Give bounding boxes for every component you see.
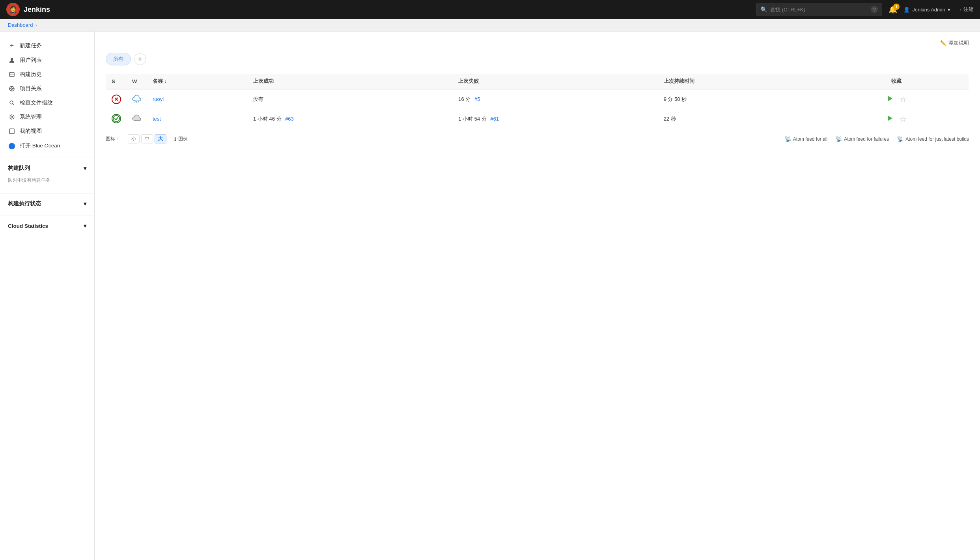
legend-icon: ℹ	[174, 136, 176, 142]
toolbar-row: ✏️ 添加说明	[106, 39, 969, 47]
breadcrumb-separator: ›	[35, 22, 37, 28]
user-label: Jenkins Admin	[912, 7, 945, 13]
success-build-link-test[interactable]: #63	[285, 116, 294, 122]
size-medium-button[interactable]: 中	[141, 134, 153, 143]
search-input[interactable]	[770, 7, 868, 13]
build-queue-label: 构建队列	[8, 165, 30, 172]
atom-feed-all-label: Atom feed for all	[793, 136, 827, 142]
cloud-stats-chevron: ▾	[84, 223, 86, 229]
build-exec-label: 构建执行状态	[8, 200, 41, 207]
svg-marker-20	[888, 115, 892, 121]
tab-add-button[interactable]: +	[134, 53, 146, 65]
build-history-icon	[8, 71, 16, 78]
svg-point-11	[10, 101, 13, 104]
job-link-test[interactable]: test	[153, 116, 161, 122]
sidebar-item-blue-ocean[interactable]: ⬤ 打开 Blue Ocean	[0, 138, 94, 153]
cloud-stats-label: Cloud Statistics	[8, 223, 48, 229]
logout-button[interactable]: → 注销	[957, 6, 974, 13]
table-footer: 图标： 小 中 大 ℹ 图例 📡 Atom feed for all 📡 Ato…	[106, 134, 969, 143]
atom-feed-all-link[interactable]: 📡 Atom feed for all	[784, 136, 827, 142]
build-queue-header[interactable]: 构建队列 ▾	[0, 161, 94, 175]
atom-feed-failures-link[interactable]: 📡 Atom feed for failures	[835, 136, 889, 142]
notifications-button[interactable]: 🔔 1	[889, 5, 897, 14]
run-button-ruoyi[interactable]	[884, 94, 896, 105]
sidebar-section-build-queue: 构建队列 ▾ 队列中没有构建任务	[0, 158, 94, 188]
size-large-button[interactable]: 大	[155, 134, 166, 143]
sort-indicator: ↓	[164, 78, 167, 84]
status-icon-success	[112, 114, 121, 123]
help-icon[interactable]: ?	[871, 6, 878, 13]
sidebar-label-user-list: 用户列表	[20, 57, 42, 64]
page-layout: ＋ 新建任务 用户列表 构建历史 项目关系 检查文件指纹	[0, 32, 980, 560]
sidebar-item-user-list[interactable]: 用户列表	[0, 53, 94, 67]
jenkins-logo[interactable]: 🤵 Jenkins	[6, 3, 50, 16]
atom-feed-failures-label: Atom feed for failures	[844, 136, 889, 142]
weather-icon-rainy	[132, 96, 142, 104]
sidebar: ＋ 新建任务 用户列表 构建历史 项目关系 检查文件指纹	[0, 32, 95, 560]
jobs-table: S W 名称 ↓ 上次成功 上次失败 上次持续时间 收藏 ✕	[106, 73, 969, 129]
last-failure-cell-test: 1 小时 54 分 #61	[453, 109, 658, 129]
col-header-last-success: 上次成功	[248, 74, 453, 89]
svg-marker-18	[888, 96, 892, 101]
user-icon: 👤	[903, 7, 910, 13]
tab-all[interactable]: 所有	[106, 53, 131, 65]
icon-size-buttons: 小 中 大	[128, 134, 166, 143]
sidebar-item-sys-admin[interactable]: 系统管理	[0, 110, 94, 124]
favorite-button-ruoyi[interactable]: ☆	[897, 94, 909, 105]
table-row: ✕ ruoyi 没有 16 分 #5 9 分 50	[106, 89, 969, 109]
sidebar-item-new-task[interactable]: ＋ 新建任务	[0, 38, 94, 53]
sidebar-item-my-view[interactable]: 我的视图	[0, 124, 94, 138]
svg-rect-14	[9, 129, 14, 134]
header-actions: 🔔 1 👤 Jenkins Admin ▾ → 注销	[889, 5, 974, 14]
svg-rect-1	[9, 73, 14, 76]
failure-build-link-ruoyi[interactable]: #5	[474, 96, 480, 102]
legend-link[interactable]: ℹ 图例	[174, 136, 188, 142]
tabs-row: 所有 +	[106, 53, 969, 65]
build-exec-header[interactable]: 构建执行状态 ▾	[0, 197, 94, 211]
sidebar-section-build-exec: 构建执行状态 ▾	[0, 193, 94, 211]
sidebar-section-cloud-stats: Cloud Statistics ▾	[0, 216, 94, 233]
favorite-button-test[interactable]: ☆	[897, 113, 909, 125]
col-header-name[interactable]: 名称 ↓	[147, 74, 248, 89]
svg-point-13	[11, 116, 13, 118]
col-header-favorite: 收藏	[824, 74, 969, 89]
table-header-row: S W 名称 ↓ 上次成功 上次失败 上次持续时间 收藏	[106, 74, 969, 89]
svg-point-19	[113, 115, 119, 122]
failure-build-link-test[interactable]: #61	[490, 116, 499, 122]
size-small-button[interactable]: 小	[128, 134, 140, 143]
new-task-icon: ＋	[8, 41, 16, 50]
atom-feed-latest-link[interactable]: 📡 Atom feed for just latest builds	[897, 136, 969, 142]
cloud-stats-header[interactable]: Cloud Statistics ▾	[0, 219, 94, 233]
last-duration-cell-test: 22 秒	[658, 109, 825, 129]
add-description-button[interactable]: ✏️ 添加说明	[940, 39, 969, 47]
job-link-ruoyi[interactable]: ruoyi	[153, 96, 164, 102]
actions-cell-ruoyi: ☆	[824, 89, 969, 109]
status-cell-ruoyi: ✕	[106, 89, 127, 109]
weather-cell-ruoyi	[127, 89, 147, 109]
name-cell-test: test	[147, 109, 248, 129]
build-queue-chevron: ▾	[84, 165, 86, 171]
table-row: test 1 小时 46 分 #63 1 小时 54 分 #61 22 秒	[106, 109, 969, 129]
app-title: Jenkins	[24, 6, 50, 14]
logout-icon: →	[957, 7, 962, 13]
sidebar-item-project-rel[interactable]: 项目关系	[0, 82, 94, 96]
svg-line-17	[138, 101, 138, 102]
main-content: ✏️ 添加说明 所有 + S W 名称 ↓ 上次成功 上次失败 上次持续时间	[95, 32, 980, 560]
svg-point-0	[11, 58, 13, 60]
sidebar-label-build-history: 构建历史	[20, 71, 42, 78]
sys-admin-icon	[8, 114, 16, 120]
sidebar-label-check-file: 检查文件指纹	[20, 99, 53, 106]
svg-point-6	[11, 88, 13, 89]
notification-badge: 1	[893, 4, 900, 10]
breadcrumb-home[interactable]: Dashboard	[8, 22, 33, 28]
sidebar-item-check-file[interactable]: 检查文件指纹	[0, 96, 94, 110]
rss-icon-all: 📡	[784, 136, 791, 142]
icon-size-label: 图标：	[106, 136, 120, 142]
last-failure-cell-ruoyi: 16 分 #5	[453, 89, 658, 109]
weather-icon-cloudy	[132, 115, 142, 124]
run-button-test[interactable]	[884, 114, 896, 125]
logout-label: 注销	[963, 6, 974, 13]
sidebar-item-build-history[interactable]: 构建历史	[0, 67, 94, 82]
user-menu-button[interactable]: 👤 Jenkins Admin ▾	[903, 7, 950, 13]
status-icon-fail: ✕	[112, 95, 121, 104]
